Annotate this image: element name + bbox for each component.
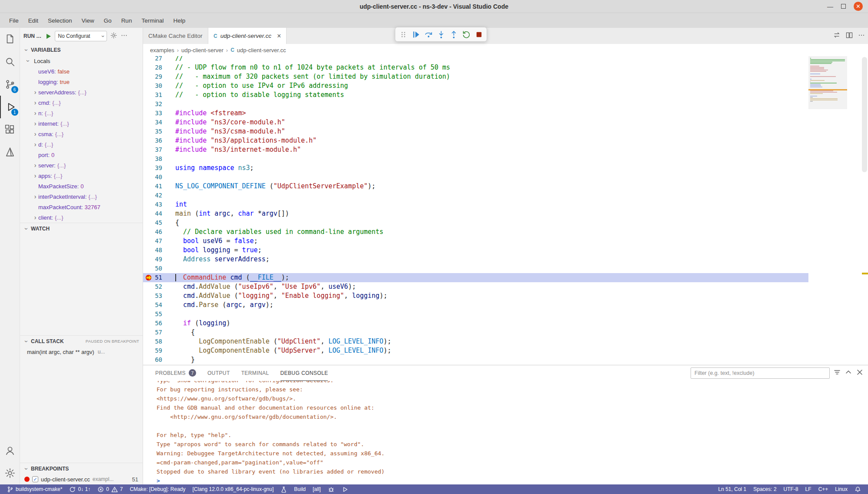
variable-row[interactable]: maxPacketCount:32767 bbox=[20, 202, 143, 212]
settings-gear-icon[interactable] bbox=[0, 462, 20, 484]
code-line[interactable]: 50 bbox=[143, 264, 868, 273]
toolbar-drag-handle[interactable] bbox=[397, 29, 409, 40]
code-line[interactable]: 32 bbox=[143, 100, 868, 109]
code-line[interactable]: 61 bbox=[143, 364, 868, 365]
launch-target-item[interactable] bbox=[338, 484, 351, 494]
git-branch-item[interactable]: buildsystem-cmake* bbox=[3, 484, 66, 494]
code-line[interactable]: 40 bbox=[143, 173, 868, 182]
line-number[interactable]: 30 bbox=[143, 81, 171, 90]
code-line[interactable]: 33#include <fstream> bbox=[143, 109, 868, 118]
variable-row[interactable]: logging:true bbox=[20, 77, 143, 87]
variable-row[interactable]: ›csma:{...} bbox=[20, 129, 143, 139]
variable-row[interactable]: ›server:{...} bbox=[20, 160, 143, 170]
code-line[interactable]: 28// - UDP flow from n0 to n1 of 1024 by… bbox=[143, 63, 868, 72]
menu-run[interactable]: Run bbox=[117, 15, 137, 26]
menu-file[interactable]: File bbox=[4, 15, 23, 26]
filter-options-icon[interactable] bbox=[833, 368, 841, 378]
more-actions-icon[interactable] bbox=[120, 32, 128, 41]
search-icon[interactable] bbox=[0, 50, 20, 73]
line-number[interactable]: 53 bbox=[143, 291, 171, 300]
code-line[interactable]: 43int bbox=[143, 200, 868, 209]
code-line[interactable]: 56 if (logging) bbox=[143, 319, 868, 328]
line-number[interactable]: 44 bbox=[143, 209, 171, 218]
tab-output[interactable]: OUTPUT bbox=[207, 365, 230, 381]
watch-section-header[interactable]: › WATCH bbox=[20, 223, 143, 234]
variable-row[interactable]: ›interPacketInterval:{...} bbox=[20, 191, 143, 202]
menu-terminal[interactable]: Terminal bbox=[137, 15, 168, 26]
maximize-panel-icon[interactable] bbox=[845, 368, 852, 378]
code-line[interactable]: 60 } bbox=[143, 355, 868, 364]
code-line[interactable]: 31// - option to disable logging stateme… bbox=[143, 90, 868, 100]
code-line[interactable]: 44main (int argc, char *argv[]) bbox=[143, 209, 868, 218]
close-tab-icon[interactable]: × bbox=[277, 32, 281, 40]
code-line[interactable]: 55 bbox=[143, 310, 868, 319]
code-line[interactable]: 34#include "ns3/core-module.h" bbox=[143, 118, 868, 127]
eol-item[interactable]: LF bbox=[802, 484, 815, 494]
line-number[interactable]: 31 bbox=[143, 90, 171, 100]
restore-icon[interactable] bbox=[841, 4, 846, 9]
line-number[interactable]: 55 bbox=[143, 310, 171, 319]
stop-icon[interactable] bbox=[473, 29, 484, 40]
tab-terminal[interactable]: TERMINAL bbox=[241, 365, 269, 381]
start-debug-icon[interactable] bbox=[44, 33, 52, 40]
variable-row[interactable]: MaxPacketSize:0 bbox=[20, 181, 143, 191]
line-number[interactable]: 37 bbox=[143, 145, 171, 154]
variable-row[interactable]: ›internet:{...} bbox=[20, 118, 143, 129]
line-number[interactable]: 38 bbox=[143, 154, 171, 164]
line-number[interactable]: 39 bbox=[143, 164, 171, 173]
code-line[interactable]: 41NS_LOG_COMPONENT_DEFINE ("UdpClientSer… bbox=[143, 182, 868, 191]
cmake-tools-icon[interactable] bbox=[0, 141, 20, 164]
build-target-item[interactable]: [all] bbox=[309, 484, 324, 494]
scrollbar-slider[interactable] bbox=[862, 57, 867, 172]
debug-target-item[interactable] bbox=[324, 484, 338, 494]
breadcrumb[interactable]: examples › udp-client-server › C udp-cli… bbox=[143, 44, 868, 56]
variables-scope-row[interactable]: ›Locals bbox=[20, 56, 143, 66]
menu-view[interactable]: View bbox=[77, 15, 99, 26]
line-number[interactable]: 46 bbox=[143, 227, 171, 237]
line-number[interactable]: 42 bbox=[143, 191, 171, 200]
tab-problems[interactable]: PROBLEMS 7 bbox=[155, 365, 196, 381]
step-out-icon[interactable] bbox=[448, 29, 459, 40]
problems-item[interactable]: 0 7 bbox=[94, 484, 126, 494]
more-actions-icon[interactable] bbox=[858, 31, 865, 41]
code-line[interactable]: 48 bool logging = true; bbox=[143, 246, 868, 255]
line-number[interactable]: 45 bbox=[143, 218, 171, 227]
code-line[interactable]: 37#include "ns3/internet-module.h" bbox=[143, 145, 868, 154]
variable-row[interactable]: ›d:{...} bbox=[20, 139, 143, 150]
menu-selection[interactable]: Selection bbox=[43, 15, 77, 26]
variables-section-header[interactable]: › VARIABLES bbox=[20, 44, 143, 56]
code-line[interactable]: 29// - maximum of 320 packets sent (or l… bbox=[143, 72, 868, 81]
indentation-item[interactable]: Spaces: 2 bbox=[750, 484, 780, 494]
callstack-frame[interactable]: main(int argc, char ** argv) u... bbox=[20, 347, 143, 357]
breakpoint-checkbox[interactable]: ✓ bbox=[32, 476, 38, 482]
console-filter-input[interactable] bbox=[691, 367, 830, 379]
line-number[interactable]: 52 bbox=[143, 282, 171, 291]
explorer-icon[interactable] bbox=[0, 28, 20, 50]
remote-os-item[interactable]: Linux bbox=[831, 484, 851, 494]
cmake-test-item[interactable] bbox=[277, 484, 290, 494]
menu-go[interactable]: Go bbox=[99, 15, 117, 26]
code-line[interactable]: 53 cmd.AddValue ("logging", "Enable logg… bbox=[143, 291, 868, 300]
line-number[interactable]: 43 bbox=[143, 200, 171, 209]
line-number[interactable]: 57 bbox=[143, 328, 171, 337]
line-number[interactable]: 28 bbox=[143, 63, 171, 72]
code-line[interactable]: 59 LogComponentEnable ("UdpServer", LOG_… bbox=[143, 346, 868, 355]
code-line[interactable]: 57 { bbox=[143, 328, 868, 337]
line-number[interactable]: 29 bbox=[143, 72, 171, 81]
line-number[interactable]: 50 bbox=[143, 264, 171, 273]
cmake-kit-item[interactable]: [Clang 12.0.0 x86_64-pc-linux-gnu] bbox=[189, 484, 277, 494]
code-line[interactable]: 58 LogComponentEnable ("UdpClient", LOG_… bbox=[143, 337, 868, 346]
code-line[interactable]: 49 Address serverAddress; bbox=[143, 255, 868, 264]
code-line[interactable]: 45{ bbox=[143, 218, 868, 227]
variable-row[interactable]: ›n:{...} bbox=[20, 108, 143, 118]
line-number[interactable]: 36 bbox=[143, 136, 171, 145]
open-changes-icon[interactable] bbox=[833, 31, 841, 41]
line-number[interactable]: 35 bbox=[143, 127, 171, 136]
code-line[interactable]: 39using namespace ns3; bbox=[143, 164, 868, 173]
line-number[interactable]: 49 bbox=[143, 255, 171, 264]
variable-row[interactable]: useV6:false bbox=[20, 66, 143, 77]
close-window-icon[interactable]: ✕ bbox=[854, 2, 863, 11]
line-number[interactable]: 60 bbox=[143, 355, 171, 364]
debug-config-dropdown[interactable]: No Configurat› bbox=[55, 31, 107, 41]
code-editor[interactable]: 27//28// - UDP flow from n0 to n1 of 102… bbox=[143, 56, 868, 365]
